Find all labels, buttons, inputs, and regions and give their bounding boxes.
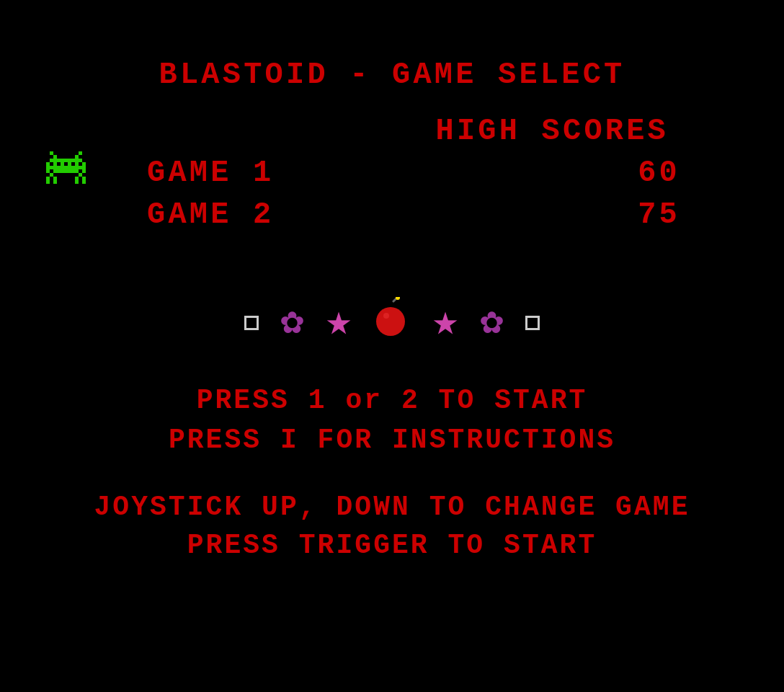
game1-label: GAME 1 <box>147 156 274 190</box>
svg-rect-11 <box>46 169 50 173</box>
svg-rect-22 <box>64 162 68 166</box>
svg-rect-0 <box>50 151 53 155</box>
alien-icon <box>46 151 86 195</box>
small-square-right <box>525 316 540 330</box>
scores-section: GAME 1 60 GAME 2 75 <box>104 156 680 239</box>
game-title: BLASTOID - GAME SELECT <box>159 58 625 92</box>
svg-rect-17 <box>53 177 57 184</box>
instructions-section: PRESS 1 or 2 TO START PRESS I FOR INSTRU… <box>169 385 615 456</box>
game2-label: GAME 2 <box>147 198 274 232</box>
svg-rect-10 <box>46 166 86 169</box>
game1-row: GAME 1 60 <box>104 156 680 190</box>
symbols-row: ✿ ★ ★ ✿ <box>244 297 539 349</box>
svg-point-26 <box>383 313 389 319</box>
svg-point-25 <box>376 307 405 336</box>
svg-rect-4 <box>50 159 82 162</box>
game2-score: 75 <box>638 198 680 232</box>
svg-rect-15 <box>79 173 82 177</box>
svg-rect-12 <box>53 169 79 173</box>
svg-rect-19 <box>82 177 86 184</box>
web-symbol-left: ✿ <box>280 303 304 342</box>
svg-rect-3 <box>75 155 79 159</box>
game-screen: BLASTOID - GAME SELECT HIGH SCORES <box>0 0 784 692</box>
svg-rect-2 <box>53 155 57 159</box>
press-start-line: PRESS 1 or 2 TO START <box>197 385 588 416</box>
svg-rect-13 <box>82 169 86 173</box>
svg-rect-9 <box>82 162 86 166</box>
svg-rect-16 <box>46 177 50 184</box>
svg-rect-18 <box>75 177 79 184</box>
svg-line-23 <box>393 298 396 301</box>
press-instructions-line: PRESS I FOR INSTRUCTIONS <box>169 425 615 456</box>
game2-row: GAME 2 75 <box>104 198 680 232</box>
svg-rect-5 <box>46 162 50 166</box>
joystick-change-line: JOYSTICK UP, DOWN TO CHANGE GAME <box>94 492 690 523</box>
joystick-section: JOYSTICK UP, DOWN TO CHANGE GAME PRESS T… <box>94 492 690 561</box>
svg-rect-8 <box>75 162 79 166</box>
star-right: ★ <box>432 301 458 345</box>
small-square-left <box>244 316 259 330</box>
joystick-trigger-line: PRESS TRIGGER TO START <box>187 530 597 561</box>
svg-rect-14 <box>50 173 53 177</box>
svg-rect-6 <box>53 162 57 166</box>
svg-rect-1 <box>79 151 82 155</box>
bomb-center <box>373 297 411 349</box>
star-left: ★ <box>326 301 352 345</box>
web-symbol-right: ✿ <box>480 303 504 342</box>
high-scores-label: HIGH SCORES <box>436 114 669 148</box>
game1-score: 60 <box>638 156 680 190</box>
svg-rect-20 <box>57 162 61 166</box>
svg-rect-21 <box>71 162 75 166</box>
